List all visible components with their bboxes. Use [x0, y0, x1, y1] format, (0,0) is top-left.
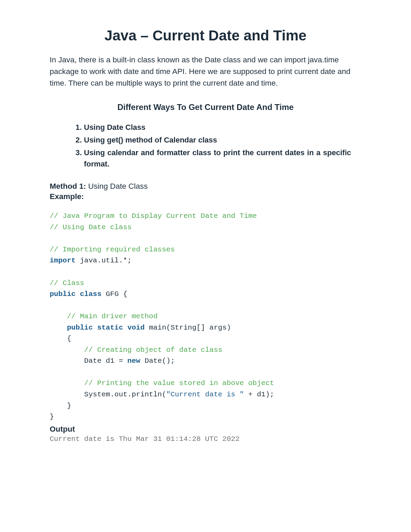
code-keyword: public: [67, 324, 93, 332]
code-keyword: class: [80, 290, 101, 298]
code-text: Date();: [140, 357, 175, 365]
code-comment: // Java Program to Display Current Date …: [50, 212, 257, 220]
method-label: Method 1:: [50, 182, 86, 190]
list-item: Using get() method of Calendar class: [84, 134, 351, 146]
code-comment: // Printing the value stored in above ob…: [84, 379, 274, 387]
code-text: System.out.println(: [84, 391, 166, 398]
code-text: main(String[] args): [145, 324, 231, 332]
method-name: Using Date Class: [86, 182, 148, 190]
code-comment: // Main driver method: [67, 312, 158, 320]
ways-list: Using Date Class Using get() method of C…: [50, 122, 361, 170]
method-heading: Method 1: Using Date Class: [50, 182, 361, 191]
code-keyword: import: [50, 257, 76, 264]
list-item: Using calendar and formatter class to pr…: [84, 147, 351, 170]
code-text: Date d1 =: [84, 357, 127, 365]
code-keyword: new: [127, 357, 140, 365]
code-text: + d1);: [244, 391, 274, 398]
page-title: Java – Current Date and Time: [50, 27, 361, 44]
code-text: {: [67, 335, 71, 343]
code-keyword: static: [97, 324, 123, 332]
code-text: GFG {: [101, 290, 127, 298]
code-text: }: [67, 402, 71, 410]
output-label: Output: [50, 425, 361, 434]
section-subheading: Different Ways To Get Current Date And T…: [50, 102, 361, 112]
code-comment: // Importing required classes: [50, 246, 175, 253]
code-text: }: [50, 413, 54, 421]
code-block: // Java Program to Display Current Date …: [50, 211, 361, 422]
code-text: java.util.*;: [76, 257, 132, 264]
list-item: Using Date Class: [84, 122, 351, 133]
example-label: Example:: [50, 192, 361, 201]
code-keyword: void: [127, 324, 145, 332]
intro-paragraph: In Java, there is a built-in class known…: [50, 54, 361, 89]
code-keyword: public: [50, 290, 76, 298]
code-comment: // Class: [50, 279, 84, 287]
code-comment: // Using Date class: [50, 223, 132, 231]
code-string: "Current date is ": [166, 391, 244, 398]
output-text: Current date is Thu Mar 31 01:14:28 UTC …: [50, 435, 361, 443]
code-comment: // Creating object of date class: [84, 346, 222, 354]
